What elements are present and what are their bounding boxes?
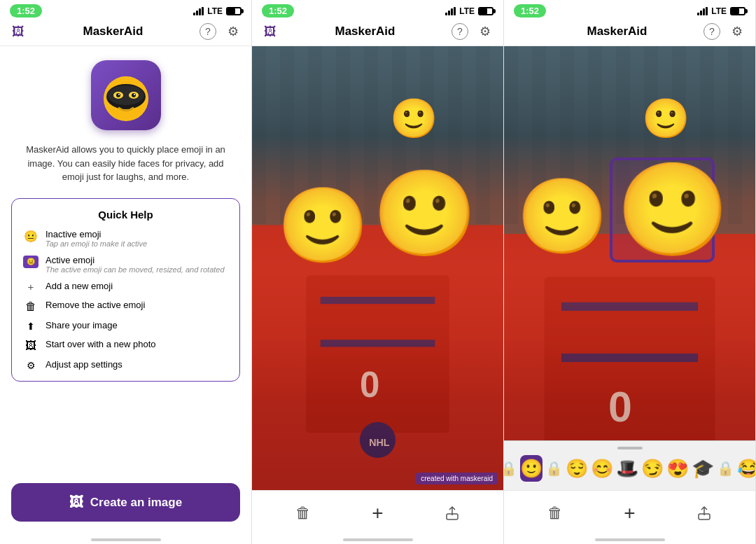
svg-text:0: 0	[608, 383, 632, 431]
delete-button-3[interactable]: 🗑	[542, 501, 568, 526]
svg-rect-13	[321, 297, 435, 304]
question-icon-1[interactable]: ?	[200, 23, 216, 40]
nav-icons-2: ? ⚙	[451, 23, 493, 40]
bottom-toolbar-2: 🗑 +	[252, 490, 503, 533]
carrier-label-2: LTE	[459, 6, 475, 16]
help-item-remove: 🗑 Remove the active emoji	[23, 300, 228, 313]
help-item-active-main: Active emoji	[46, 255, 225, 265]
question-icon-2[interactable]: ?	[451, 23, 468, 40]
home-bar-2	[343, 538, 413, 541]
phone-panel-2: 1:52 LTE 🖼 MaskerAid ? ⚙	[252, 0, 504, 544]
status-time-1: 1:52	[10, 4, 42, 18]
add-button-3[interactable]: +	[617, 501, 642, 526]
picker-relieved[interactable]: 😌	[566, 455, 588, 482]
status-right-2: LTE	[445, 6, 493, 16]
emoji-picker-row: 🔒 🙂 🔒 😌 😊 🎩 😏 😍 🎓 🔒 😂	[510, 455, 750, 482]
home-bar-1	[91, 538, 161, 541]
home-indicator-1	[0, 533, 251, 544]
battery-icon-2	[478, 7, 493, 15]
picker-lock-1[interactable]: 🔒	[504, 455, 517, 482]
image-icon-nav-2[interactable]: 🖼	[262, 23, 279, 40]
settings-icon: ⚙	[23, 360, 38, 371]
gear-icon-2[interactable]: ⚙	[477, 23, 493, 40]
picker-mortar[interactable]: 🎓	[692, 455, 714, 482]
picker-smirk[interactable]: 😏	[641, 455, 664, 482]
inactive-emoji-icon: 😐	[23, 230, 38, 243]
emoji-large-left-2[interactable]: 🙂	[277, 188, 369, 262]
quick-help-title: Quick Help	[23, 209, 228, 221]
share-button-2[interactable]	[440, 501, 465, 526]
picker-smile-active[interactable]: 🙂	[520, 455, 542, 482]
nav-icons-1: ? ⚙	[200, 23, 241, 40]
image-content-2: 0 NHL 🙂 🙂 🙂 created with maskeraid	[252, 46, 503, 490]
emoji-large-right-3-selected[interactable]: 🙂	[616, 164, 715, 255]
emoji-small-top-3[interactable]: 🙂	[642, 99, 690, 138]
share-icon-svg	[444, 505, 460, 521]
emoji-large-left-3[interactable]: 🙂	[517, 179, 608, 253]
phone-panel-1: 1:52 LTE 🖼 MaskerAid ? ⚙	[0, 0, 252, 544]
gear-icon-3[interactable]: ⚙	[729, 23, 746, 40]
picker-handle	[617, 447, 643, 449]
help-item-settings: ⚙ Adjust app settings	[23, 359, 228, 371]
signal-icon-2	[445, 7, 456, 15]
app-icon	[91, 60, 161, 130]
help-item-active-text: Active emoji The active emoji can be mov…	[46, 255, 225, 274]
help-item-settings-main: Adjust app settings	[46, 359, 122, 370]
image-content-3: 0 NHL 🙂 🙂 🙂 created with maskeraid 🔒 🙂 🔒…	[504, 46, 755, 490]
help-item-inactive-sub: Tap an emoji to make it active	[46, 239, 147, 248]
emoji-picker-3: 🔒 🙂 🔒 😌 😊 🎩 😏 😍 🎓 🔒 😂	[504, 440, 755, 490]
quick-help-box: Quick Help 😐 Inactive emoji Tap an emoji…	[11, 198, 240, 382]
photo-svg-2: 0 NHL	[252, 46, 503, 490]
emoji-small-top-2[interactable]: 🙂	[390, 99, 438, 138]
signal-icon-1	[193, 7, 204, 15]
share-icon-svg-3	[696, 505, 712, 521]
nav-bar-1: 🖼 MaskerAid ? ⚙	[0, 20, 251, 46]
help-item-newphoto-main: Start over with a new photo	[46, 339, 156, 349]
svg-point-8	[118, 94, 120, 95]
status-bar-2: 1:52 LTE	[252, 0, 503, 20]
svg-rect-24	[561, 354, 698, 362]
create-image-button[interactable]: 🖼 Create an image	[11, 483, 240, 522]
photo-svg-3: 0 NHL	[504, 46, 755, 490]
help-item-add-main: Add a new emoji	[46, 281, 113, 291]
status-right-3: LTE	[697, 6, 746, 16]
photo-background-3: 0 NHL 🙂 🙂 🙂 created with maskeraid	[504, 46, 755, 490]
delete-button-2[interactable]: 🗑	[290, 501, 316, 526]
help-item-inactive-text: Inactive emoji Tap an emoji to make it a…	[46, 229, 147, 248]
picker-hearts[interactable]: 😍	[666, 455, 689, 482]
emoji-large-right-2[interactable]: 🙂	[372, 171, 477, 255]
svg-point-3	[108, 85, 144, 105]
add-symbol: +	[23, 281, 38, 293]
picker-lock-3[interactable]: 🔒	[717, 455, 734, 482]
photo-icon: 🖼	[23, 340, 38, 352]
app-icon-svg	[98, 67, 154, 123]
create-image-label: Create an image	[90, 496, 182, 510]
image-icon-nav-1[interactable]: 🖼	[10, 23, 27, 40]
battery-fill-2	[479, 8, 487, 14]
watermark-2: created with maskeraid	[416, 473, 498, 484]
home-bar-3	[595, 538, 665, 541]
help-item-share-main: Share your image	[46, 320, 118, 330]
help-item-active: 😐 Active emoji The active emoji can be m…	[23, 255, 228, 274]
picker-tophat[interactable]: 🎩	[616, 455, 638, 482]
question-icon-3[interactable]: ?	[704, 23, 720, 40]
picker-laugh[interactable]: 😂	[737, 455, 755, 482]
photo-background-2: 0 NHL 🙂 🙂 🙂 created with maskeraid	[252, 46, 503, 490]
nav-title-3: MaskerAid	[587, 25, 648, 39]
nav-icons-3: ? ⚙	[704, 23, 746, 40]
status-time-2: 1:52	[262, 4, 294, 18]
svg-rect-14	[321, 340, 435, 347]
help-item-remove-main: Remove the active emoji	[46, 300, 145, 310]
home-indicator-2	[252, 533, 503, 544]
battery-fill-1	[227, 8, 235, 14]
picker-lock-2[interactable]: 🔒	[545, 455, 563, 482]
picker-smile[interactable]: 😊	[591, 455, 613, 482]
nav-title-1: MaskerAid	[83, 25, 144, 39]
add-button-2[interactable]: +	[365, 501, 390, 526]
share-button-3[interactable]	[692, 501, 717, 526]
battery-icon-3	[730, 7, 746, 15]
app-description: MaskerAid allows you to quickly place em…	[21, 143, 231, 184]
active-emoji-icon: 😐	[23, 256, 38, 268]
gear-icon-1[interactable]: ⚙	[225, 23, 241, 40]
svg-text:NHL: NHL	[369, 437, 390, 448]
